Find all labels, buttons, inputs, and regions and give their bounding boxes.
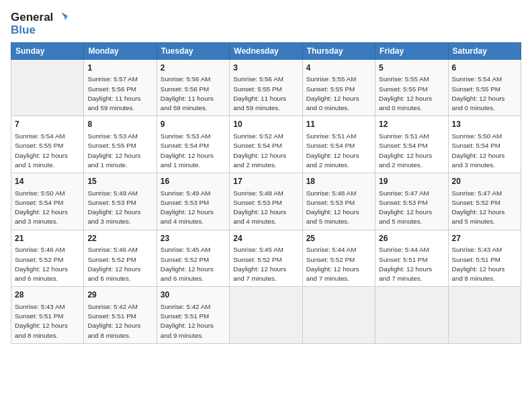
logo-general: General bbox=[11, 11, 53, 24]
calendar-cell: 2Sunrise: 5:56 AM Sunset: 5:56 PM Daylig… bbox=[157, 59, 229, 116]
calendar-cell: 16Sunrise: 5:49 AM Sunset: 5:53 PM Dayli… bbox=[157, 173, 229, 230]
day-number: 30 bbox=[161, 289, 226, 301]
svg-marker-1 bbox=[64, 16, 68, 20]
calendar-cell: 3Sunrise: 5:56 AM Sunset: 5:55 PM Daylig… bbox=[230, 59, 302, 116]
day-number: 19 bbox=[379, 176, 444, 187]
calendar-cell: 7Sunrise: 5:54 AM Sunset: 5:55 PM Daylig… bbox=[11, 116, 84, 173]
day-info: Sunrise: 5:47 AM Sunset: 5:52 PM Dayligh… bbox=[452, 189, 517, 227]
day-number: 5 bbox=[379, 62, 444, 74]
day-number: 7 bbox=[15, 119, 80, 130]
calendar-cell: 23Sunrise: 5:45 AM Sunset: 5:52 PM Dayli… bbox=[157, 230, 229, 287]
day-number: 4 bbox=[306, 62, 371, 74]
day-info: Sunrise: 5:47 AM Sunset: 5:53 PM Dayligh… bbox=[379, 189, 444, 227]
calendar-cell: 13Sunrise: 5:50 AM Sunset: 5:54 PM Dayli… bbox=[448, 116, 521, 173]
calendar-cell: 20Sunrise: 5:47 AM Sunset: 5:52 PM Dayli… bbox=[448, 173, 521, 230]
calendar-header: SundayMondayTuesdayWednesdayThursdayFrid… bbox=[11, 42, 521, 59]
day-number: 27 bbox=[452, 233, 517, 244]
day-number: 9 bbox=[161, 119, 226, 130]
day-number: 16 bbox=[161, 176, 226, 187]
day-header-sunday: Sunday bbox=[11, 42, 84, 59]
day-header-thursday: Thursday bbox=[302, 42, 375, 59]
calendar-cell: 6Sunrise: 5:54 AM Sunset: 5:55 PM Daylig… bbox=[448, 59, 521, 116]
calendar-cell: 12Sunrise: 5:51 AM Sunset: 5:54 PM Dayli… bbox=[375, 116, 448, 173]
day-number: 29 bbox=[87, 289, 152, 301]
day-info: Sunrise: 5:43 AM Sunset: 5:51 PM Dayligh… bbox=[452, 245, 517, 283]
calendar-cell: 17Sunrise: 5:48 AM Sunset: 5:53 PM Dayli… bbox=[230, 173, 302, 230]
calendar-cell: 19Sunrise: 5:47 AM Sunset: 5:53 PM Dayli… bbox=[375, 173, 448, 230]
day-info: Sunrise: 5:44 AM Sunset: 5:52 PM Dayligh… bbox=[306, 245, 371, 283]
day-info: Sunrise: 5:43 AM Sunset: 5:51 PM Dayligh… bbox=[15, 302, 80, 340]
day-info: Sunrise: 5:56 AM Sunset: 5:56 PM Dayligh… bbox=[161, 75, 226, 113]
calendar-cell: 25Sunrise: 5:44 AM Sunset: 5:52 PM Dayli… bbox=[302, 230, 375, 287]
day-number: 13 bbox=[452, 119, 517, 130]
day-info: Sunrise: 5:46 AM Sunset: 5:52 PM Dayligh… bbox=[87, 245, 152, 283]
calendar-cell: 4Sunrise: 5:55 AM Sunset: 5:55 PM Daylig… bbox=[302, 59, 375, 116]
calendar-cell: 14Sunrise: 5:50 AM Sunset: 5:54 PM Dayli… bbox=[11, 173, 84, 230]
calendar-cell bbox=[375, 287, 448, 344]
day-number: 14 bbox=[15, 176, 80, 187]
day-number: 2 bbox=[161, 62, 226, 74]
calendar-cell: 26Sunrise: 5:44 AM Sunset: 5:51 PM Dayli… bbox=[375, 230, 448, 287]
calendar-week-4: 21Sunrise: 5:46 AM Sunset: 5:52 PM Dayli… bbox=[11, 230, 521, 287]
day-info: Sunrise: 5:49 AM Sunset: 5:53 PM Dayligh… bbox=[87, 189, 152, 227]
calendar-cell: 10Sunrise: 5:52 AM Sunset: 5:54 PM Dayli… bbox=[230, 116, 302, 173]
calendar-cell: 18Sunrise: 5:48 AM Sunset: 5:53 PM Dayli… bbox=[302, 173, 375, 230]
day-info: Sunrise: 5:52 AM Sunset: 5:54 PM Dayligh… bbox=[233, 132, 298, 170]
calendar-cell: 29Sunrise: 5:42 AM Sunset: 5:51 PM Dayli… bbox=[84, 287, 157, 344]
day-info: Sunrise: 5:53 AM Sunset: 5:55 PM Dayligh… bbox=[87, 132, 152, 170]
calendar-cell: 24Sunrise: 5:45 AM Sunset: 5:52 PM Dayli… bbox=[230, 230, 302, 287]
day-header-monday: Monday bbox=[84, 42, 157, 59]
calendar-week-3: 14Sunrise: 5:50 AM Sunset: 5:54 PM Dayli… bbox=[11, 173, 521, 230]
day-info: Sunrise: 5:57 AM Sunset: 5:56 PM Dayligh… bbox=[87, 75, 152, 113]
calendar-cell bbox=[230, 287, 302, 344]
day-number: 11 bbox=[306, 119, 371, 130]
day-number: 22 bbox=[87, 233, 152, 244]
calendar-cell: 9Sunrise: 5:53 AM Sunset: 5:54 PM Daylig… bbox=[157, 116, 229, 173]
day-number: 21 bbox=[15, 233, 80, 244]
day-header-friday: Friday bbox=[375, 42, 448, 59]
day-number: 20 bbox=[452, 176, 517, 187]
day-info: Sunrise: 5:49 AM Sunset: 5:53 PM Dayligh… bbox=[161, 189, 226, 227]
day-header-saturday: Saturday bbox=[448, 42, 521, 59]
day-number: 26 bbox=[379, 233, 444, 244]
calendar-cell bbox=[11, 59, 84, 116]
day-number: 28 bbox=[15, 289, 80, 301]
calendar-cell: 5Sunrise: 5:55 AM Sunset: 5:55 PM Daylig… bbox=[375, 59, 448, 116]
calendar-cell: 22Sunrise: 5:46 AM Sunset: 5:52 PM Dayli… bbox=[84, 230, 157, 287]
calendar-week-5: 28Sunrise: 5:43 AM Sunset: 5:51 PM Dayli… bbox=[11, 287, 521, 344]
day-info: Sunrise: 5:55 AM Sunset: 5:55 PM Dayligh… bbox=[306, 75, 371, 113]
day-info: Sunrise: 5:42 AM Sunset: 5:51 PM Dayligh… bbox=[87, 302, 152, 340]
day-info: Sunrise: 5:51 AM Sunset: 5:54 PM Dayligh… bbox=[306, 132, 371, 170]
day-number: 1 bbox=[87, 62, 152, 74]
day-info: Sunrise: 5:54 AM Sunset: 5:55 PM Dayligh… bbox=[452, 75, 517, 113]
day-info: Sunrise: 5:54 AM Sunset: 5:55 PM Dayligh… bbox=[15, 132, 80, 170]
day-info: Sunrise: 5:48 AM Sunset: 5:53 PM Dayligh… bbox=[306, 189, 371, 227]
day-info: Sunrise: 5:46 AM Sunset: 5:52 PM Dayligh… bbox=[15, 245, 80, 283]
day-number: 24 bbox=[233, 233, 298, 244]
calendar-table: SundayMondayTuesdayWednesdayThursdayFrid… bbox=[11, 42, 521, 344]
day-number: 23 bbox=[161, 233, 226, 244]
calendar-cell: 30Sunrise: 5:42 AM Sunset: 5:51 PM Dayli… bbox=[157, 287, 229, 344]
calendar-cell: 1Sunrise: 5:57 AM Sunset: 5:56 PM Daylig… bbox=[84, 59, 157, 116]
day-number: 10 bbox=[233, 119, 298, 130]
day-number: 25 bbox=[306, 233, 371, 244]
day-info: Sunrise: 5:55 AM Sunset: 5:55 PM Dayligh… bbox=[379, 75, 444, 113]
calendar-cell: 8Sunrise: 5:53 AM Sunset: 5:55 PM Daylig… bbox=[84, 116, 157, 173]
day-info: Sunrise: 5:50 AM Sunset: 5:54 PM Dayligh… bbox=[15, 189, 80, 227]
day-number: 8 bbox=[87, 119, 152, 130]
day-info: Sunrise: 5:51 AM Sunset: 5:54 PM Dayligh… bbox=[379, 132, 444, 170]
calendar-week-1: 1Sunrise: 5:57 AM Sunset: 5:56 PM Daylig… bbox=[11, 59, 521, 116]
day-info: Sunrise: 5:56 AM Sunset: 5:55 PM Dayligh… bbox=[233, 75, 298, 113]
day-header-wednesday: Wednesday bbox=[230, 42, 302, 59]
calendar-cell bbox=[448, 287, 521, 344]
day-number: 3 bbox=[233, 62, 298, 74]
day-info: Sunrise: 5:50 AM Sunset: 5:54 PM Dayligh… bbox=[452, 132, 517, 170]
day-info: Sunrise: 5:48 AM Sunset: 5:53 PM Dayligh… bbox=[233, 189, 298, 227]
svg-marker-0 bbox=[61, 12, 68, 16]
calendar-cell: 15Sunrise: 5:49 AM Sunset: 5:53 PM Dayli… bbox=[84, 173, 157, 230]
day-info: Sunrise: 5:42 AM Sunset: 5:51 PM Dayligh… bbox=[161, 302, 226, 340]
day-number: 6 bbox=[452, 62, 517, 74]
day-number: 12 bbox=[379, 119, 444, 130]
logo-container: General Blue bbox=[11, 11, 68, 37]
day-header-tuesday: Tuesday bbox=[157, 42, 229, 59]
